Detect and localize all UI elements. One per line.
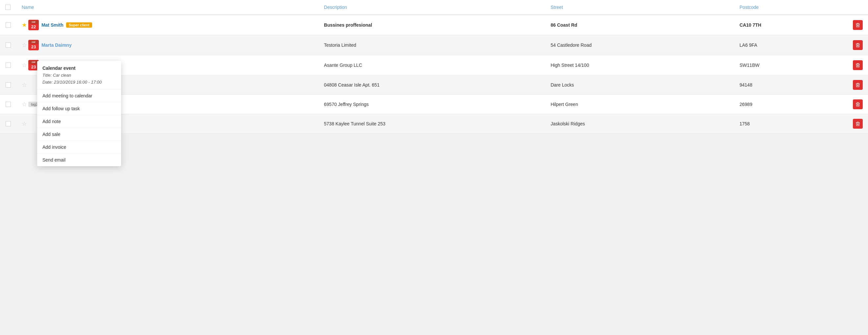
svg-rect-26 (857, 122, 859, 122)
row-checkbox[interactable] (6, 121, 11, 126)
row-postcode: SW11BW (740, 63, 760, 68)
contact-badge: Super client (66, 22, 92, 28)
row-street: Jaskolski Ridges (551, 121, 585, 126)
row-action-cell (847, 15, 868, 35)
row-description-cell: Testoria Limited (319, 35, 546, 55)
row-postcode: 26989 (740, 102, 752, 107)
row-checkbox-cell (0, 35, 17, 55)
contacts-table: Name Description Street Postcode ★ cal 2… (0, 0, 868, 133)
row-street: Hilpert Green (551, 102, 578, 107)
delete-button[interactable] (853, 119, 863, 129)
row-checkbox[interactable] (6, 22, 11, 28)
calendar-event-popup: Calendar event Title: Car clean Date: 23… (37, 61, 121, 133)
row-postcode-cell: CA10 7TH (735, 15, 847, 35)
row-checkbox[interactable] (6, 102, 11, 107)
star-icon[interactable]: ☆ (22, 120, 27, 127)
row-street: 86 Coast Rd (551, 22, 577, 28)
select-all-checkbox[interactable] (5, 5, 10, 10)
name-column-header: Name (17, 0, 319, 15)
star-icon[interactable]: ★ (22, 21, 27, 29)
row-description: Asante Group LLC (324, 63, 362, 68)
table-row: ☆ cal 23 Marta DaimnyTestoria Limited54 … (0, 35, 868, 55)
row-action-cell (847, 114, 868, 133)
row-postcode-cell: 94148 (735, 75, 847, 95)
row-checkbox-cell (0, 55, 17, 75)
row-street-cell: Dare Locks (545, 75, 734, 95)
row-postcode: LA6 9FA (740, 42, 757, 48)
row-street: High Street 14/100 (551, 63, 589, 68)
contact-name-link[interactable]: Marta Daimny (41, 42, 72, 48)
svg-rect-21 (857, 102, 859, 103)
row-postcode-cell: 1758 (735, 114, 847, 133)
row-checkbox-cell (0, 75, 17, 95)
popup-menu: Add meeting to calendarAdd follow up tas… (37, 90, 121, 133)
calendar-icon[interactable]: cal 23 (28, 40, 39, 50)
popup-menu-item[interactable]: Add follow up task (37, 102, 121, 115)
table-row: ☆ tag2tag369570 Jeffrey SpringsHilpert G… (0, 95, 868, 114)
row-postcode: 1758 (740, 121, 750, 126)
popup-menu-item[interactable]: Add sale (37, 128, 121, 133)
description-column-header: Description (319, 0, 546, 15)
row-postcode: 94148 (740, 82, 752, 88)
popup-header: Calendar event Title: Car clean Date: 23… (37, 61, 121, 90)
row-description-cell: 04808 Ceasar Isle Apt. 651 (319, 75, 546, 95)
row-street: 54 Castledore Road (551, 42, 592, 48)
row-description-cell: 69570 Jeffrey Springs (319, 95, 546, 114)
row-postcode-cell: SW11BW (735, 55, 847, 75)
row-postcode: CA10 7TH (740, 22, 762, 28)
row-description: 69570 Jeffrey Springs (324, 102, 369, 107)
svg-rect-6 (857, 43, 859, 43)
star-icon[interactable]: ☆ (22, 41, 27, 49)
row-action-cell (847, 75, 868, 95)
table-row: ★ cal 22 Mat SmithSuper clientBussines p… (0, 15, 868, 35)
row-street-cell: Hilpert Green (545, 95, 734, 114)
street-column-header: Street (545, 0, 734, 15)
star-icon[interactable]: ☆ (22, 81, 27, 89)
row-action-cell (847, 55, 868, 75)
svg-rect-1 (857, 23, 859, 23)
delete-button[interactable] (853, 99, 863, 109)
row-checkbox-cell (0, 15, 17, 35)
row-street-cell: 86 Coast Rd (545, 15, 734, 35)
delete-button[interactable] (853, 80, 863, 90)
row-postcode-cell: 26989 (735, 95, 847, 114)
star-icon[interactable]: ☆ (22, 101, 27, 108)
row-description: 5738 Kaylee Tunnel Suite 253 (324, 121, 385, 126)
row-street: Dare Locks (551, 82, 574, 88)
row-name-cell: ★ cal 22 Mat SmithSuper client (17, 15, 319, 35)
row-description-cell: Asante Group LLC (319, 55, 546, 75)
row-description: 04808 Ceasar Isle Apt. 651 (324, 82, 380, 88)
row-description: Bussines proffesional (324, 22, 372, 28)
row-postcode-cell: LA6 9FA (735, 35, 847, 55)
delete-button[interactable] (853, 20, 863, 30)
popup-event-title: Calendar event (42, 65, 116, 71)
table-row: ☆ 04808 Ceasar Isle Apt. 651Dare Locks94… (0, 75, 868, 95)
row-street-cell: High Street 14/100 (545, 55, 734, 75)
popup-event-name: Title: Car clean (42, 72, 116, 79)
popup-event-date: Date: 23/10/2019 16:00 - 17:00 (42, 79, 116, 86)
delete-button[interactable] (853, 40, 863, 50)
postcode-column-header: Postcode (735, 0, 847, 15)
row-checkbox[interactable] (6, 82, 11, 88)
table-row: ☆ cal 23 Martin KowalskyVIPAsante Group … (0, 55, 868, 75)
row-description-cell: 5738 Kaylee Tunnel Suite 253 (319, 114, 546, 133)
select-all-header[interactable] (0, 0, 17, 15)
row-checkbox-cell (0, 95, 17, 114)
row-action-cell (847, 95, 868, 114)
contact-name-link[interactable]: Mat Smith (41, 22, 63, 28)
contacts-table-container: Name Description Street Postcode ★ cal 2… (0, 0, 868, 133)
row-action-cell (847, 35, 868, 55)
calendar-icon[interactable]: cal 22 (28, 20, 39, 30)
row-checkbox[interactable] (6, 63, 11, 68)
delete-button[interactable] (853, 60, 863, 70)
row-name-cell: ☆ cal 23 Marta Daimny (17, 35, 319, 55)
star-icon[interactable]: ☆ (22, 62, 27, 69)
row-street-cell: 54 Castledore Road (545, 35, 734, 55)
popup-menu-item[interactable]: Add meeting to calendar (37, 90, 121, 102)
row-checkbox-cell (0, 114, 17, 133)
row-checkbox[interactable] (6, 42, 11, 48)
table-row: ☆ 5738 Kaylee Tunnel Suite 253Jaskolski … (0, 114, 868, 133)
row-description-cell: Bussines proffesional (319, 15, 546, 35)
svg-rect-11 (857, 63, 859, 63)
popup-menu-item[interactable]: Add note (37, 115, 121, 128)
